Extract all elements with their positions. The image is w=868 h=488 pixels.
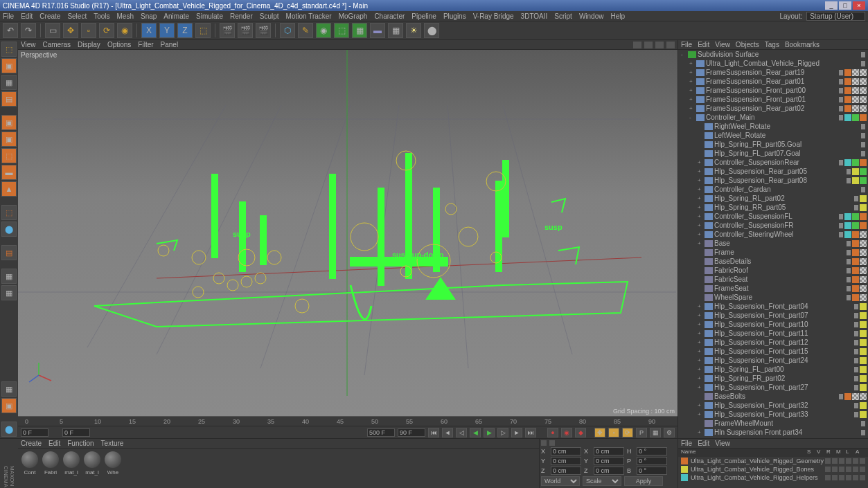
vp-menu-cameras[interactable]: Cameras [43, 41, 71, 48]
visibility-dots[interactable] [847, 169, 851, 174]
visibility-dots[interactable] [854, 304, 858, 309]
vp-menu-view[interactable]: View [21, 41, 36, 48]
object-mode[interactable]: ▣ [1, 115, 17, 130]
snap-enable[interactable]: ⬚ [1, 205, 17, 220]
visibility-dots[interactable] [854, 367, 858, 372]
tag-icon[interactable] [844, 213, 851, 220]
expand-icon[interactable]: + [698, 312, 705, 318]
attr-menu-file[interactable]: File [681, 440, 692, 447]
tag-icon[interactable] [852, 276, 859, 283]
menu-mograph[interactable]: MoGraph [339, 12, 368, 20]
vp-nav-icon[interactable] [633, 42, 641, 48]
object-row[interactable]: BaseDetails [678, 257, 868, 266]
object-row[interactable]: +Controller_SuspensionRear [678, 158, 868, 167]
tag-icon[interactable] [852, 159, 859, 166]
object-row[interactable]: +Hlp_Suspension_Front_part12 [678, 338, 868, 347]
object-row[interactable]: -Subdivision Surface [678, 50, 868, 59]
expand-icon[interactable]: + [698, 357, 705, 363]
object-row[interactable]: +Hlp_Suspension_Front_part24 [678, 356, 868, 365]
viewport[interactable]: Perspective Grid Spacing : 100 cm [18, 50, 677, 416]
tag-icon[interactable] [860, 402, 867, 409]
object-row[interactable]: FabricSeat [678, 275, 868, 284]
expand-icon[interactable]: + [689, 60, 696, 66]
object-row[interactable]: +Hlp_Suspension_Front_part15 [678, 347, 868, 356]
vp-menu-display[interactable]: Display [78, 41, 100, 48]
layer-toggle[interactable] [832, 467, 838, 472]
expand-icon[interactable]: + [698, 366, 705, 372]
visibility-dots[interactable] [861, 142, 865, 147]
prev-key-button[interactable]: ◄ [442, 428, 453, 437]
mat-menu-function[interactable]: Function [67, 440, 94, 447]
expand-icon[interactable]: + [698, 339, 705, 345]
layer-toggle[interactable] [846, 475, 851, 480]
key-rot[interactable]: ⟳ [622, 428, 633, 437]
visibility-dots[interactable] [847, 286, 851, 291]
lasttool-button[interactable]: ◉ [117, 23, 132, 38]
workplane-mode[interactable]: ▤ [1, 91, 17, 107]
object-row[interactable]: +Hlp_Suspension_Front_part11 [678, 329, 868, 338]
visibility-dots[interactable] [861, 52, 865, 57]
visibility-dots[interactable] [854, 349, 858, 354]
script-button[interactable]: ⬤ [424, 23, 439, 38]
tag-icon[interactable] [844, 78, 851, 85]
key-pla[interactable]: ▦ [650, 428, 661, 437]
scale-mode-dropdown[interactable]: Scale [583, 476, 621, 486]
axis-mode[interactable]: ▣ [1, 132, 17, 147]
minimize-button[interactable]: _ [825, 1, 838, 10]
visibility-dots[interactable] [839, 394, 843, 399]
model-mode[interactable]: ▣ [1, 58, 17, 73]
polygon-mode[interactable]: ▲ [1, 181, 17, 197]
visibility-dots[interactable] [839, 88, 843, 93]
material-item[interactable]: Fabri [42, 451, 60, 488]
x-axis-lock[interactable]: X [141, 23, 157, 38]
next-key-button[interactable]: ► [511, 428, 522, 437]
tag-icon[interactable] [860, 240, 867, 247]
generator-subdivision[interactable]: ◉ [316, 23, 331, 38]
menu-snap[interactable]: Snap [141, 12, 157, 20]
coord-tab[interactable] [541, 440, 547, 446]
visibility-dots[interactable] [861, 151, 865, 156]
render-settings[interactable]: 🎬 [256, 23, 271, 38]
visibility-dots[interactable] [847, 250, 851, 255]
object-row[interactable]: +Hlp_Suspension_Front_part33 [678, 410, 868, 419]
visibility-dots[interactable] [839, 223, 843, 228]
expand-icon[interactable]: + [698, 402, 705, 408]
object-row[interactable]: LeftWeel_Rotate [678, 131, 868, 140]
attr-menu-view[interactable]: View [715, 440, 730, 447]
viewport-solo-off[interactable]: ▣ [1, 398, 17, 413]
size-z-field[interactable] [594, 467, 624, 475]
visibility-dots[interactable] [854, 403, 858, 408]
visibility-dots[interactable] [847, 241, 851, 246]
scale-tool[interactable]: ▫ [81, 23, 96, 38]
menu-create[interactable]: Create [39, 12, 60, 20]
layer-color-swatch[interactable] [681, 474, 688, 481]
layer-toggle[interactable] [832, 458, 838, 464]
tag-icon[interactable] [852, 267, 859, 274]
object-row[interactable]: +Controller_SuspensionFR [678, 221, 868, 230]
menu-simulate[interactable]: Simulate [196, 12, 223, 20]
tag-icon[interactable] [852, 294, 859, 301]
material-list[interactable]: ContFabrimat_lmat_lWhe [18, 449, 539, 488]
obj-menu-bookmarks[interactable]: Bookmarks [785, 41, 820, 48]
menu-3dtoaii[interactable]: 3DTOAII [521, 12, 548, 20]
expand-icon[interactable]: + [698, 159, 705, 165]
obj-menu-file[interactable]: File [681, 41, 692, 48]
size-y-field[interactable] [594, 457, 624, 465]
keyframe-sel[interactable]: ◆ [575, 428, 586, 437]
expand-icon[interactable]: + [698, 240, 705, 246]
visibility-dots[interactable] [854, 313, 858, 318]
tag-icon[interactable] [860, 222, 867, 229]
tag-icon[interactable] [860, 339, 867, 346]
object-row[interactable]: +Hlp_Suspension_Front_part27 [678, 383, 868, 392]
tag-icon[interactable] [852, 249, 859, 256]
key-opt[interactable]: ⚙ [664, 428, 675, 437]
object-row[interactable]: Frame [678, 248, 868, 257]
tag-icon[interactable] [852, 105, 859, 112]
object-row[interactable]: WheelSpare [678, 293, 868, 302]
point-mode[interactable]: ⬚ [1, 148, 17, 163]
texture-mode[interactable]: ▦ [1, 75, 17, 90]
expand-icon[interactable]: + [698, 222, 705, 228]
render-region[interactable]: 🎬 [238, 23, 253, 38]
vp-nav-icon[interactable] [666, 42, 675, 48]
frame-current-field[interactable] [62, 428, 90, 437]
